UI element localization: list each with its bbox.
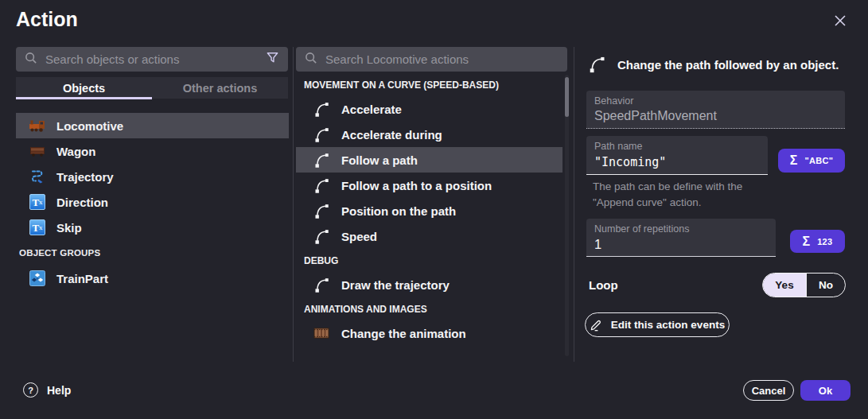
action-item-follow-a-path[interactable]: Follow a path: [296, 147, 562, 173]
abc-tag: "ABC": [804, 156, 833, 165]
repetitions-input[interactable]: [594, 237, 768, 252]
object-item-label: Wagon: [56, 145, 95, 158]
action-dialog: Action Objects Other actions: [0, 0, 868, 419]
objects-search-input[interactable]: [45, 52, 258, 66]
actions-search-input[interactable]: [325, 52, 559, 66]
curve-path-icon: [313, 276, 330, 293]
123-tag: 123: [817, 237, 832, 246]
wagon-icon: [29, 142, 46, 160]
filter-icon[interactable]: [265, 50, 280, 68]
behavior-field: Behavior SpeedPathMovement: [586, 91, 845, 129]
object-item-label: Trajectory: [56, 170, 114, 184]
tab-other-actions[interactable]: Other actions: [152, 77, 288, 99]
action-item-label: Follow a path: [341, 153, 418, 167]
help-button[interactable]: ? Help: [23, 382, 71, 398]
divider: [574, 47, 574, 362]
sigma-icon: Σ: [803, 235, 811, 249]
loop-no-button[interactable]: No: [806, 274, 845, 297]
search-icon: [24, 51, 38, 68]
repetitions-label: Number of repetitions: [594, 223, 768, 235]
action-section-header: MOVEMENT ON A CURVE (SPEED-BASED): [296, 73, 571, 96]
string-expression-button[interactable]: Σ "ABC": [778, 149, 845, 173]
curve-path-icon: [313, 100, 330, 118]
path-name-label: Path name: [594, 141, 760, 152]
group-item-trainpart[interactable]: TrainPart: [16, 266, 289, 291]
scrollbar-thumb[interactable]: [565, 77, 569, 117]
path-name-input[interactable]: [594, 155, 760, 169]
sigma-icon: Σ: [790, 153, 798, 168]
animation-icon: [313, 324, 330, 342]
curve-path-icon: [313, 227, 330, 245]
action-item-label: Change the animation: [341, 327, 466, 340]
curve-path-icon: [313, 126, 330, 143]
ok-button[interactable]: Ok: [800, 380, 850, 401]
behavior-value: SpeedPathMovement: [594, 109, 837, 123]
object-item-wagon[interactable]: Wagon: [16, 138, 289, 164]
path-name-field: Path name: [586, 136, 768, 175]
action-item-label: Accelerate: [341, 103, 402, 116]
actions-search: [296, 47, 567, 72]
repetitions-field: Number of repetitions: [586, 219, 776, 257]
action-item-draw-the-trajectory[interactable]: Draw the trajectory: [296, 272, 562, 297]
edit-action-events-button[interactable]: Edit this action events: [585, 312, 730, 337]
object-group-icon: [29, 270, 46, 287]
action-item-speed[interactable]: Speed: [296, 223, 562, 249]
loop-yes-button[interactable]: Yes: [763, 274, 806, 297]
divider: [293, 47, 294, 362]
objects-search: [16, 47, 288, 72]
action-item-follow-a-path-to-a-position[interactable]: Follow a path to a position: [296, 173, 562, 198]
object-list: Locomotive Wagon Trajectory: [16, 113, 289, 291]
action-section-header: ANIMATIONS AND IMAGES: [296, 297, 571, 320]
dialog-title: Action: [16, 8, 78, 31]
number-expression-button[interactable]: Σ 123: [790, 230, 845, 253]
action-item-accelerate-during[interactable]: Accelerate during: [296, 122, 562, 147]
text-object-icon: Tx: [29, 193, 46, 211]
action-item-change-the-animation[interactable]: Change the animation: [296, 320, 562, 346]
curve-path-icon: [313, 151, 330, 169]
locomotive-icon: [29, 117, 46, 134]
action-list: MOVEMENT ON A CURVE (SPEED-BASED) Accele…: [296, 73, 571, 346]
tab-objects[interactable]: Objects: [16, 77, 152, 99]
help-label: Help: [47, 384, 71, 397]
loop-toggle: Yes No: [762, 273, 846, 297]
trajectory-icon: [29, 168, 46, 185]
action-section-header: DEBUG: [296, 249, 571, 272]
curve-path-icon: [313, 202, 330, 219]
close-icon[interactable]: [829, 10, 851, 32]
object-item-skip[interactable]: Tx Skip: [16, 215, 289, 240]
behavior-label: Behavior: [594, 95, 837, 107]
text-object-icon: Tx: [29, 219, 46, 236]
help-icon: ?: [23, 382, 38, 398]
path-helper-line1: The path can be define with the: [593, 180, 742, 192]
scrollbar-track: [565, 75, 569, 356]
action-item-label: Speed: [341, 230, 377, 243]
left-tabs: Objects Other actions: [16, 77, 288, 99]
object-item-trajectory[interactable]: Trajectory: [16, 164, 289, 189]
action-item-position-on-the-path[interactable]: Position on the path: [296, 198, 562, 223]
object-item-label: Locomotive: [56, 119, 123, 133]
curve-path-icon: [313, 177, 330, 194]
action-item-label: Follow a path to a position: [341, 179, 492, 192]
pencil-icon: [590, 318, 603, 332]
action-item-accelerate[interactable]: Accelerate: [296, 96, 562, 122]
loop-label: Loop: [589, 278, 618, 292]
action-item-label: Accelerate during: [341, 128, 442, 142]
tab-objects-label: Objects: [63, 82, 105, 95]
object-item-direction[interactable]: Tx Direction: [16, 189, 289, 215]
object-item-label: Skip: [56, 221, 82, 235]
group-item-label: TrainPart: [56, 272, 108, 285]
action-item-label: Draw the trajectory: [341, 278, 450, 292]
cancel-button[interactable]: Cancel: [743, 380, 794, 401]
search-icon: [304, 51, 318, 68]
object-item-locomotive[interactable]: Locomotive: [16, 113, 289, 138]
object-groups-header: OBJECT GROUPS: [16, 240, 289, 266]
curve-path-icon: [588, 55, 606, 76]
action-description: Change the path followed by an object.: [617, 58, 839, 72]
edit-action-events-label: Edit this action events: [611, 319, 725, 331]
object-item-label: Direction: [56, 196, 108, 209]
action-item-label: Position on the path: [341, 204, 456, 218]
path-helper-line2: "Append curve" action.: [593, 196, 701, 208]
tab-other-actions-label: Other actions: [183, 82, 257, 95]
